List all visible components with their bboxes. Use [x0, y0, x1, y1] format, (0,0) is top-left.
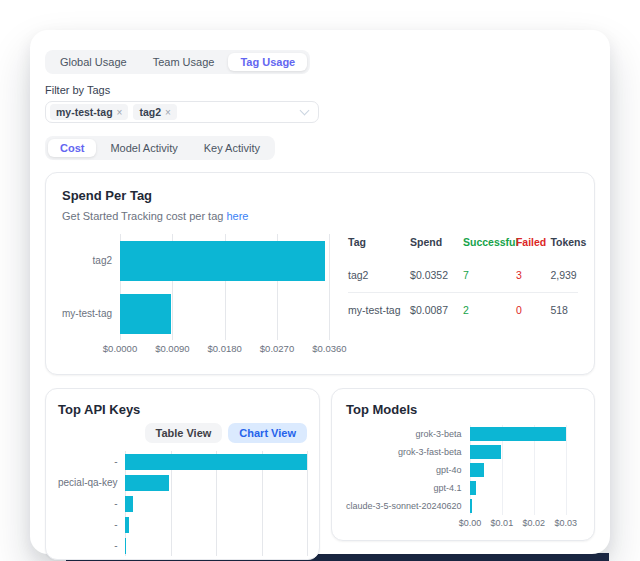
chart-category-label: grok-3-beta	[346, 425, 470, 443]
tab-key-activity[interactable]: Key Activity	[192, 139, 272, 157]
bar-gpt-4o	[470, 463, 484, 477]
filter-by-tags-label: Filter by Tags	[45, 84, 595, 96]
chart-category-label: grok-3-fast-beta	[346, 443, 470, 461]
remove-tag-icon[interactable]: ×	[117, 107, 123, 118]
chart-plot-area	[125, 451, 307, 556]
chart-category-label: -	[58, 451, 125, 472]
table-row: tag2 $0.0352 7 3 2,939	[348, 258, 578, 293]
tag-chip[interactable]: my-test-tag ×	[50, 104, 128, 120]
tab-model-activity[interactable]: Model Activity	[98, 139, 189, 157]
col-spend: Spend	[410, 234, 463, 258]
x-tick-label: $0.0270	[260, 343, 294, 354]
bar--	[125, 496, 133, 512]
x-tick-label: $0.0360	[312, 343, 346, 354]
spend-per-tag-chart: tag2my-test-tag$0.0000$0.0090$0.0180$0.0…	[62, 234, 334, 355]
gridline	[329, 234, 330, 340]
chart-category-label: -	[58, 535, 125, 556]
top-models-card: Top Models grok-3-betagrok-3-fast-betagp…	[331, 388, 595, 541]
spend-per-tag-card: Spend Per Tag Get Started Tracking cost …	[45, 172, 595, 375]
tab-team-usage[interactable]: Team Usage	[141, 53, 227, 71]
cell-tokens: 2,939	[550, 258, 578, 293]
cell-tag: my-test-tag	[348, 293, 410, 328]
cost-activity-tabbar: Cost Model Activity Key Activity	[45, 136, 275, 160]
x-tick-label: $0.0000	[103, 343, 137, 354]
tab-cost[interactable]: Cost	[48, 139, 96, 157]
chevron-down-icon	[300, 106, 310, 116]
col-tag: Tag	[348, 234, 410, 258]
tab-global-usage[interactable]: Global Usage	[48, 53, 139, 71]
tag-chip[interactable]: tag2 ×	[133, 104, 176, 120]
x-tick-label: $0.0090	[155, 343, 189, 354]
chart-category-label: tag2	[62, 234, 120, 287]
gridline	[566, 425, 567, 515]
cell-tag: tag2	[348, 258, 410, 293]
cell-successful: 2	[463, 293, 516, 328]
top-models-chart: grok-3-betagrok-3-fast-betagpt-4ogpt-4.1…	[346, 425, 580, 530]
table-header-row: Tag Spend Successful Failed Tokens	[348, 234, 578, 258]
usage-dashboard-window: Global Usage Team Usage Tag Usage Filter…	[30, 30, 610, 554]
spend-per-tag-subtitle: Get Started Tracking cost per taghere	[62, 210, 578, 222]
chart-plot-area	[470, 425, 580, 515]
cell-failed: 3	[516, 258, 551, 293]
gridline	[307, 451, 308, 556]
bar-tag2	[120, 241, 325, 281]
chart-category-label: claude-3-5-sonnet-20240620	[346, 497, 470, 515]
bar-pecial-qa-key	[125, 475, 169, 491]
chart-category-label: my-test-tag	[62, 287, 120, 340]
chart-plot-area	[120, 234, 334, 340]
chart-category-label: -	[58, 514, 125, 535]
spend-per-tag-title: Spend Per Tag	[62, 188, 578, 203]
x-tick-label: $0.0180	[208, 343, 242, 354]
cell-tokens: 518	[550, 293, 578, 328]
col-successful: Successful	[463, 234, 516, 258]
bar-gpt-4.1	[470, 481, 477, 495]
top-api-keys-chart: -pecial-qa-key---	[58, 451, 307, 556]
chart-category-label: pecial-qa-key	[58, 472, 125, 493]
col-tokens: Tokens	[550, 234, 578, 258]
chart-view-button[interactable]: Chart View	[228, 423, 307, 443]
cell-spend: $0.0352	[410, 258, 463, 293]
table-view-button[interactable]: Table View	[145, 423, 223, 443]
chart-category-label: gpt-4o	[346, 461, 470, 479]
x-tick-label: $0.03	[554, 518, 577, 528]
here-link[interactable]: here	[226, 210, 248, 222]
bar-grok-3-beta	[470, 427, 566, 441]
cell-failed: 0	[516, 293, 551, 328]
remove-tag-icon[interactable]: ×	[165, 107, 171, 118]
top-models-title: Top Models	[346, 402, 580, 417]
bar--	[125, 517, 129, 533]
col-failed: Failed	[516, 234, 551, 258]
subtitle-text: Get Started Tracking cost per tag	[62, 210, 223, 222]
x-tick-label: $0.01	[491, 518, 514, 528]
screenshot-stage: Global Usage Team Usage Tag Usage Filter…	[0, 0, 640, 561]
tag-chip-label: tag2	[139, 106, 161, 118]
x-tick-label: $0.02	[523, 518, 546, 528]
chart-category-label: gpt-4.1	[346, 479, 470, 497]
top-api-keys-card: Top API Keys Table View Chart View -peci…	[45, 388, 320, 560]
cell-successful: 7	[463, 258, 516, 293]
tag-chip-label: my-test-tag	[56, 106, 113, 118]
chart-category-label: -	[58, 493, 125, 514]
spend-per-tag-table: Tag Spend Successful Failed Tokens tag2 …	[348, 234, 578, 355]
table-row: my-test-tag $0.0087 2 0 518	[348, 293, 578, 328]
cell-spend: $0.0087	[410, 293, 463, 328]
tag-filter-select[interactable]: my-test-tag × tag2 ×	[45, 101, 319, 123]
bar--	[125, 538, 126, 554]
bar-grok-3-fast-beta	[470, 445, 501, 459]
tab-tag-usage[interactable]: Tag Usage	[228, 53, 307, 71]
bar-claude-3-5-sonnet-20240620	[470, 499, 472, 513]
x-tick-label: $0.00	[459, 518, 482, 528]
bar-my-test-tag	[120, 294, 171, 334]
top-api-keys-title: Top API Keys	[58, 402, 307, 417]
usage-tabbar: Global Usage Team Usage Tag Usage	[45, 50, 310, 74]
bar--	[125, 454, 307, 470]
